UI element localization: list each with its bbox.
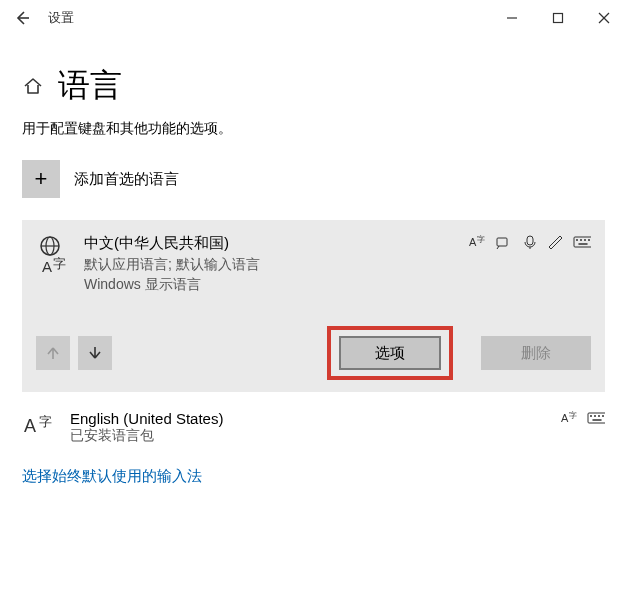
display-language-icon: A字 bbox=[561, 410, 579, 426]
add-language-label: 添加首选的语言 bbox=[74, 170, 179, 189]
maximize-button[interactable] bbox=[535, 2, 581, 34]
language-info-english: English (United States) 已安装语言包 bbox=[70, 410, 561, 445]
arrow-up-icon bbox=[45, 345, 61, 361]
maximize-icon bbox=[552, 12, 564, 24]
language-globe-icon: A 字 bbox=[36, 234, 70, 274]
language-action-row: 选项 删除 bbox=[36, 326, 591, 380]
window-title: 设置 bbox=[48, 9, 74, 27]
svg-text:字: 字 bbox=[39, 414, 52, 429]
page-title: 语言 bbox=[58, 64, 122, 108]
options-button-label: 选项 bbox=[375, 344, 405, 363]
language-card-chinese[interactable]: A 字 中文(中华人民共和国) 默认应用语言; 默认输入语言 Windows 显… bbox=[22, 220, 605, 392]
minimize-icon bbox=[506, 12, 518, 24]
close-button[interactable] bbox=[581, 2, 627, 34]
svg-rect-12 bbox=[497, 238, 507, 246]
language-subtitle-english: 已安装语言包 bbox=[70, 427, 561, 445]
svg-text:字: 字 bbox=[569, 411, 577, 420]
language-info: 中文(中华人民共和国) 默认应用语言; 默认输入语言 Windows 显示语言 bbox=[84, 234, 469, 294]
keyboard-icon bbox=[573, 234, 591, 250]
keyboard-icon bbox=[587, 410, 605, 426]
arrow-left-icon bbox=[13, 9, 31, 27]
highlight-frame: 选项 bbox=[327, 326, 453, 380]
delete-button-label: 删除 bbox=[521, 344, 551, 363]
language-text-icon: A 字 bbox=[22, 410, 56, 438]
speech-icon bbox=[521, 234, 539, 250]
language-card-english[interactable]: A 字 English (United States) 已安装语言包 A字 bbox=[22, 410, 605, 445]
language-feature-badges-english: A字 bbox=[561, 410, 605, 426]
options-button[interactable]: 选项 bbox=[339, 336, 441, 370]
move-up-button[interactable] bbox=[36, 336, 70, 370]
page-description: 用于配置键盘和其他功能的选项。 bbox=[22, 120, 605, 138]
plus-icon: + bbox=[35, 166, 48, 192]
svg-text:A: A bbox=[469, 236, 477, 248]
move-down-button[interactable] bbox=[78, 336, 112, 370]
content-area: 语言 用于配置键盘和其他功能的选项。 + 添加首选的语言 A 字 中文(中华人民… bbox=[0, 64, 627, 486]
language-feature-badges: A字 bbox=[469, 234, 591, 250]
add-language-button[interactable]: + bbox=[22, 160, 60, 198]
language-name: 中文(中华人民共和国) bbox=[84, 234, 469, 253]
display-language-icon: A字 bbox=[469, 234, 487, 250]
svg-text:字: 字 bbox=[53, 256, 66, 271]
minimize-button[interactable] bbox=[489, 2, 535, 34]
svg-rect-13 bbox=[527, 236, 533, 245]
arrow-down-icon bbox=[87, 345, 103, 361]
close-icon bbox=[598, 12, 610, 24]
default-ime-link[interactable]: 选择始终默认使用的输入法 bbox=[22, 467, 605, 486]
svg-rect-14 bbox=[574, 237, 591, 247]
svg-rect-24 bbox=[588, 413, 605, 423]
heading-row: 语言 bbox=[22, 64, 605, 108]
add-language-row[interactable]: + 添加首选的语言 bbox=[22, 160, 605, 198]
svg-text:A: A bbox=[24, 416, 36, 436]
svg-text:A: A bbox=[561, 412, 569, 424]
home-icon[interactable] bbox=[22, 75, 44, 97]
back-button[interactable] bbox=[8, 4, 36, 32]
titlebar: 设置 bbox=[0, 0, 627, 36]
language-name-english: English (United States) bbox=[70, 410, 561, 427]
delete-button: 删除 bbox=[481, 336, 591, 370]
svg-rect-2 bbox=[554, 14, 563, 23]
language-subtitle-1: 默认应用语言; 默认输入语言 bbox=[84, 255, 469, 275]
language-subtitle-2: Windows 显示语言 bbox=[84, 275, 469, 295]
handwriting-icon bbox=[547, 234, 565, 250]
svg-text:字: 字 bbox=[477, 235, 485, 244]
svg-text:A: A bbox=[42, 258, 52, 274]
text-to-speech-icon bbox=[495, 234, 513, 250]
